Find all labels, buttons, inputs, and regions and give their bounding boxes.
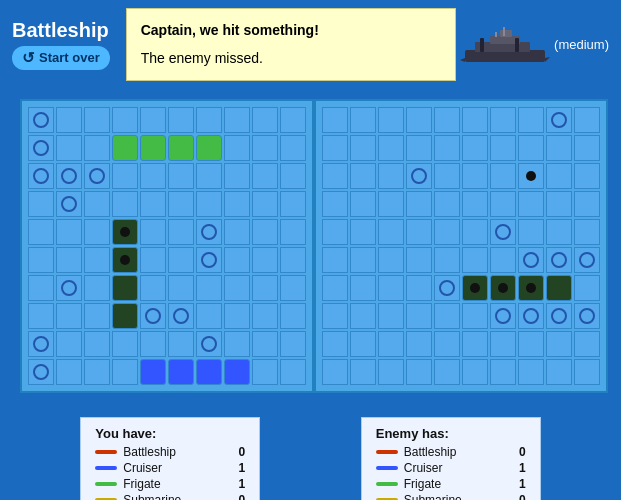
enemy-cell-35[interactable] [462, 191, 488, 217]
enemy-cell-89[interactable] [574, 331, 600, 357]
enemy-cell-83[interactable] [406, 331, 432, 357]
enemy-cell-34[interactable] [434, 191, 460, 217]
enemy-cell-67[interactable] [518, 275, 544, 301]
enemy-cell-44[interactable] [434, 219, 460, 245]
enemy-cell-46[interactable] [490, 219, 516, 245]
enemy-cell-65[interactable] [462, 275, 488, 301]
enemy-cell-8[interactable] [546, 107, 572, 133]
enemy-cell-33[interactable] [406, 191, 432, 217]
enemy-board[interactable] [314, 99, 608, 393]
enemy-cell-11[interactable] [350, 135, 376, 161]
enemy-cell-32[interactable] [378, 191, 404, 217]
enemy-cell-87[interactable] [518, 331, 544, 357]
enemy-cell-82[interactable] [378, 331, 404, 357]
enemy-cell-95[interactable] [462, 359, 488, 385]
enemy-cell-88[interactable] [546, 331, 572, 357]
start-over-button[interactable]: Start over [12, 46, 110, 70]
enemy-cell-17[interactable] [518, 135, 544, 161]
enemy-cell-76[interactable] [490, 303, 516, 329]
enemy-cell-75[interactable] [462, 303, 488, 329]
enemy-cell-21[interactable] [350, 163, 376, 189]
enemy-cell-62[interactable] [378, 275, 404, 301]
enemy-cell-38[interactable] [546, 191, 572, 217]
enemy-cell-79[interactable] [574, 303, 600, 329]
enemy-cell-86[interactable] [490, 331, 516, 357]
enemy-cell-18[interactable] [546, 135, 572, 161]
enemy-cell-26[interactable] [490, 163, 516, 189]
enemy-cell-68[interactable] [546, 275, 572, 301]
enemy-cell-60[interactable] [322, 275, 348, 301]
enemy-cell-55[interactable] [462, 247, 488, 273]
enemy-cell-50[interactable] [322, 247, 348, 273]
enemy-cell-0[interactable] [322, 107, 348, 133]
enemy-cell-39[interactable] [574, 191, 600, 217]
enemy-cell-2[interactable] [378, 107, 404, 133]
enemy-cell-24[interactable] [434, 163, 460, 189]
enemy-cell-22[interactable] [378, 163, 404, 189]
enemy-cell-72[interactable] [378, 303, 404, 329]
enemy-cell-78[interactable] [546, 303, 572, 329]
enemy-cell-43[interactable] [406, 219, 432, 245]
enemy-cell-61[interactable] [350, 275, 376, 301]
enemy-cell-93[interactable] [406, 359, 432, 385]
enemy-cell-25[interactable] [462, 163, 488, 189]
enemy-cell-97[interactable] [518, 359, 544, 385]
enemy-cell-7[interactable] [518, 107, 544, 133]
enemy-cell-12[interactable] [378, 135, 404, 161]
enemy-cell-94[interactable] [434, 359, 460, 385]
enemy-cell-92[interactable] [378, 359, 404, 385]
enemy-cell-23[interactable] [406, 163, 432, 189]
enemy-cell-30[interactable] [322, 191, 348, 217]
enemy-cell-40[interactable] [322, 219, 348, 245]
enemy-cell-53[interactable] [406, 247, 432, 273]
enemy-cell-29[interactable] [574, 163, 600, 189]
enemy-cell-41[interactable] [350, 219, 376, 245]
enemy-cell-63[interactable] [406, 275, 432, 301]
enemy-cell-90[interactable] [322, 359, 348, 385]
enemy-cell-69[interactable] [574, 275, 600, 301]
enemy-cell-48[interactable] [546, 219, 572, 245]
enemy-cell-71[interactable] [350, 303, 376, 329]
enemy-grid[interactable] [322, 107, 600, 385]
enemy-cell-13[interactable] [406, 135, 432, 161]
enemy-cell-5[interactable] [462, 107, 488, 133]
enemy-cell-1[interactable] [350, 107, 376, 133]
enemy-cell-85[interactable] [462, 331, 488, 357]
enemy-cell-81[interactable] [350, 331, 376, 357]
enemy-cell-31[interactable] [350, 191, 376, 217]
enemy-cell-47[interactable] [518, 219, 544, 245]
enemy-cell-19[interactable] [574, 135, 600, 161]
enemy-cell-57[interactable] [518, 247, 544, 273]
enemy-cell-42[interactable] [378, 219, 404, 245]
enemy-cell-77[interactable] [518, 303, 544, 329]
enemy-cell-28[interactable] [546, 163, 572, 189]
enemy-cell-96[interactable] [490, 359, 516, 385]
enemy-cell-16[interactable] [490, 135, 516, 161]
enemy-cell-74[interactable] [434, 303, 460, 329]
enemy-cell-58[interactable] [546, 247, 572, 273]
enemy-cell-3[interactable] [406, 107, 432, 133]
enemy-cell-6[interactable] [490, 107, 516, 133]
enemy-cell-20[interactable] [322, 163, 348, 189]
enemy-cell-37[interactable] [518, 191, 544, 217]
enemy-cell-66[interactable] [490, 275, 516, 301]
enemy-cell-45[interactable] [462, 219, 488, 245]
enemy-cell-91[interactable] [350, 359, 376, 385]
enemy-cell-98[interactable] [546, 359, 572, 385]
enemy-cell-27[interactable] [518, 163, 544, 189]
enemy-cell-14[interactable] [434, 135, 460, 161]
enemy-cell-36[interactable] [490, 191, 516, 217]
enemy-cell-9[interactable] [574, 107, 600, 133]
enemy-cell-73[interactable] [406, 303, 432, 329]
enemy-cell-52[interactable] [378, 247, 404, 273]
enemy-cell-10[interactable] [322, 135, 348, 161]
enemy-cell-4[interactable] [434, 107, 460, 133]
enemy-cell-51[interactable] [350, 247, 376, 273]
enemy-cell-80[interactable] [322, 331, 348, 357]
enemy-cell-99[interactable] [574, 359, 600, 385]
enemy-cell-59[interactable] [574, 247, 600, 273]
enemy-cell-64[interactable] [434, 275, 460, 301]
enemy-cell-15[interactable] [462, 135, 488, 161]
enemy-cell-49[interactable] [574, 219, 600, 245]
enemy-cell-84[interactable] [434, 331, 460, 357]
